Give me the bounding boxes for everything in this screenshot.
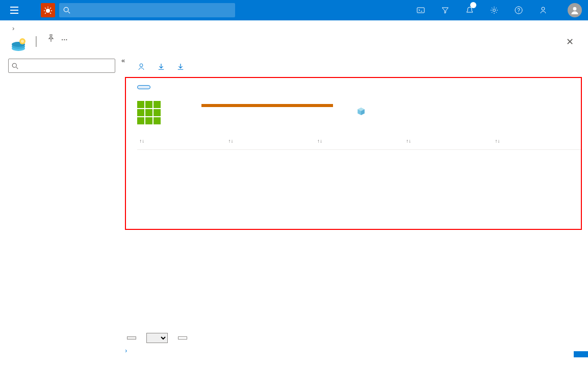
more-actions[interactable]: …	[61, 34, 69, 42]
svg-point-4	[493, 9, 496, 12]
svg-point-14	[12, 63, 16, 67]
total-tile-icon	[137, 101, 161, 124]
person-icon	[137, 63, 145, 71]
download-pdf-button[interactable]	[177, 63, 187, 70]
th-benefits[interactable]: ↑↓	[404, 133, 493, 150]
filter-icon[interactable]	[435, 0, 455, 20]
svg-point-13	[21, 40, 24, 43]
th-impact[interactable]: ↑↓	[137, 133, 226, 150]
toolbar	[137, 57, 582, 77]
svg-point-0	[46, 9, 50, 13]
global-search-input[interactable]	[73, 7, 231, 14]
svg-text:?: ?	[517, 8, 520, 13]
powered-by: ›	[125, 347, 127, 354]
svg-line-15	[16, 67, 18, 68]
pin-icon[interactable]	[47, 34, 55, 42]
download-csv-button[interactable]	[158, 63, 168, 70]
resource-icon	[10, 36, 27, 53]
search-icon	[12, 63, 18, 69]
avatar[interactable]	[568, 3, 582, 17]
recommendations-table: ↑↓ ↑↓ ↑↓ ↑↓ ↑↓	[137, 133, 582, 150]
feedback-button[interactable]	[137, 63, 148, 71]
th-updated[interactable]: ↑↓	[493, 133, 582, 150]
stats-row	[137, 99, 582, 133]
content: ↑↓ ↑↓ ↑↓ ↑↓ ↑↓ ›	[125, 57, 588, 357]
status-pill[interactable]	[137, 85, 150, 89]
help-icon[interactable]: ?	[508, 0, 529, 20]
close-blade[interactable]: ✕	[562, 34, 578, 49]
view-all-link[interactable]: ›	[125, 347, 127, 354]
notifications-icon[interactable]	[459, 0, 480, 20]
feedback-top-icon[interactable]	[533, 0, 553, 20]
pager-next[interactable]	[178, 336, 187, 339]
svg-point-8	[573, 7, 577, 11]
download-icon	[158, 63, 165, 70]
sidebar-search[interactable]	[8, 59, 115, 73]
helpful-prompt[interactable]	[574, 351, 588, 357]
th-description[interactable]: ↑↓	[226, 133, 315, 150]
cloud-shell-icon[interactable]	[411, 0, 431, 20]
notification-badge	[470, 2, 476, 8]
settings-icon[interactable]	[484, 0, 504, 20]
pager-page-select[interactable]	[146, 333, 168, 343]
search-icon	[63, 7, 70, 14]
svg-line-2	[68, 12, 70, 14]
global-search[interactable]	[59, 3, 235, 17]
pager	[125, 333, 588, 343]
th-category[interactable]: ↑↓	[315, 133, 404, 150]
page-header: | … ✕	[0, 33, 588, 57]
sidebar-search-input[interactable]	[21, 62, 112, 70]
topbar: ?	[0, 0, 588, 20]
collapse-sidebar[interactable]: «	[121, 57, 125, 357]
sidebar	[0, 57, 121, 357]
svg-rect-3	[417, 8, 424, 13]
bug-icon[interactable]	[41, 3, 55, 17]
svg-point-1	[64, 7, 68, 12]
download-icon	[177, 63, 184, 70]
hamburger-menu[interactable]	[4, 0, 24, 20]
svg-point-16	[140, 64, 143, 67]
svg-point-7	[542, 7, 545, 10]
resource-cube-icon	[356, 107, 366, 116]
pager-prev[interactable]	[127, 336, 136, 339]
breadcrumb: ›	[0, 20, 588, 33]
